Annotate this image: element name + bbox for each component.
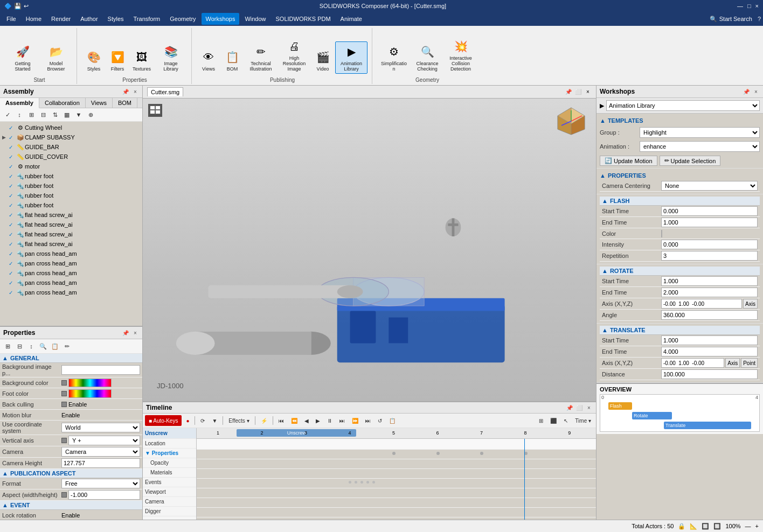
tab-bom[interactable]: BOM [113, 98, 137, 108]
viewport-close-btn[interactable]: × [584, 88, 592, 96]
aspect-input[interactable] [68, 490, 140, 500]
workshops-close-btn[interactable]: × [752, 88, 760, 95]
tree-item-pan-cross-2[interactable]: ✓ 🔩 pan cross head_am [0, 258, 142, 268]
menu-transform[interactable]: Transform [129, 13, 165, 25]
event-section-header[interactable]: ▲ EVENT [0, 501, 142, 510]
effects-btn[interactable]: Effects ▾ [226, 415, 252, 426]
menu-animate[interactable]: Animate [336, 13, 366, 25]
ribbon-btn-animation-library[interactable]: ▶ Animation Library [335, 41, 367, 74]
camera-key-btn[interactable]: 📋 [386, 415, 398, 426]
cursor-btn[interactable]: ↖ [561, 415, 571, 426]
menu-workshops[interactable]: Workshops [202, 13, 240, 25]
zoom-fit-btn[interactable]: ⊞ [536, 415, 546, 426]
flash-section-header[interactable]: ▲ FLASH [600, 197, 760, 206]
flash-color-swatch[interactable] [661, 230, 662, 237]
viewport-tab-cutter[interactable]: Cutter.smg [147, 87, 183, 96]
tree-select-all-btn[interactable]: ✓ [2, 109, 13, 120]
tree-filter-btn[interactable]: ▼ [73, 109, 84, 120]
go-end-btn[interactable]: ⏭ [363, 415, 373, 426]
tree-item-pan-cross-3[interactable]: ✓ 🔩 pan cross head_am [0, 268, 142, 278]
prev-key-btn[interactable]: ⏪ [288, 415, 300, 426]
autokeys-btn[interactable]: ■ Auto-Keys [145, 415, 182, 426]
rotate-start-input[interactable] [661, 276, 758, 286]
key-btn[interactable]: ⟳ [198, 415, 207, 426]
props-btn-2[interactable]: ⊟ [14, 341, 25, 352]
tree-item-flat-head-4[interactable]: ✓ 🔩 flat head screw_ai [0, 239, 142, 249]
lightning-btn[interactable]: ⚡ [258, 415, 270, 426]
workshops-pin-btn[interactable]: 📌 [743, 88, 750, 95]
rotate-axis-btn[interactable]: Axis [743, 299, 758, 309]
ribbon-btn-collision-detection[interactable]: 💥 Interactive Collision Detection [445, 36, 477, 74]
tree-item-flat-head-3[interactable]: ✓ 🔩 flat head screw_ai [0, 229, 142, 239]
minimize-btn[interactable]: — [737, 3, 743, 9]
props-btn-3[interactable]: ↕ [26, 341, 37, 352]
camera-select[interactable]: Camera [61, 447, 140, 457]
tree-item-rubber-foot-1[interactable]: ✓ 🔩 rubber foot [0, 171, 142, 181]
props-btn-5[interactable]: 📋 [50, 341, 60, 352]
ribbon-btn-styles[interactable]: 🎨 Styles [82, 47, 105, 74]
menu-render[interactable]: Render [47, 13, 75, 25]
tree-item-pan-cross-5[interactable]: ✓ 🔩 pan cross head_am [0, 288, 142, 297]
flash-end-input[interactable] [661, 218, 758, 227]
quick-access-undo[interactable]: ↩ [24, 3, 29, 10]
timeline-pin-btn[interactable]: 📌 [566, 404, 573, 411]
translate-axis-input[interactable] [661, 358, 724, 368]
tree-item-pan-cross-1[interactable]: ✓ 🔩 pan cross head_am [0, 249, 142, 258]
tree-deselect-btn[interactable]: ↕ [14, 109, 25, 120]
menu-styles[interactable]: Styles [103, 13, 128, 25]
quick-access-save[interactable]: 💾 [14, 3, 22, 10]
ribbon-btn-bom[interactable]: 📋 BOM [221, 47, 244, 74]
step-back-btn[interactable]: ◀ [302, 415, 311, 426]
foot-color-swatch[interactable] [68, 389, 112, 398]
tree-item-pan-cross-4[interactable]: ✓ 🔩 pan cross head_am [0, 278, 142, 288]
tree-collapse-btn[interactable]: ⊟ [38, 109, 48, 120]
step-fwd-btn[interactable]: ⏭ [337, 415, 348, 426]
tree-item-rubber-foot-2[interactable]: ✓ 🔩 rubber foot [0, 181, 142, 191]
pause-btn[interactable]: ⏸ [324, 415, 335, 426]
menu-file[interactable]: File [2, 13, 20, 25]
timeline-float-btn[interactable]: ⬜ [575, 404, 583, 411]
timeline-ruler-area[interactable]: Unscrew 1 2 3 4 5 6 7 8 9 [197, 428, 596, 520]
translate-start-input[interactable] [661, 335, 758, 345]
tree-item-motor[interactable]: ✓ ⚙ motor [0, 162, 142, 171]
prop-input-bg-image[interactable] [61, 365, 140, 375]
viewport-pin-btn[interactable]: 📌 [565, 88, 572, 96]
tree-view-btn[interactable]: ▦ [61, 109, 72, 120]
go-start-btn[interactable]: ⏮ [276, 415, 287, 426]
vertical-axis-select[interactable]: Y + Z + [68, 436, 140, 445]
help-icon[interactable]: ? [758, 16, 761, 22]
menu-solidworks-pdm[interactable]: SOLIDWORKS PDM [272, 13, 335, 25]
publication-section-header[interactable]: ▲ PUBLICATION ASPECT [0, 469, 142, 478]
flash-start-input[interactable] [661, 206, 758, 216]
ribbon-btn-tech-illustration[interactable]: ✏ Technical Illustration [245, 41, 277, 74]
coordinate-system-select[interactable]: World Local [61, 423, 140, 432]
bg-color-swatch[interactable] [68, 379, 112, 387]
properties-close-btn[interactable]: × [131, 329, 139, 337]
menu-window[interactable]: Window [240, 13, 270, 25]
viewport-3d[interactable]: JD-1000 [143, 99, 596, 401]
ribbon-btn-filters[interactable]: 🔽 Filters [106, 47, 129, 74]
format-select[interactable]: Free [61, 479, 140, 488]
translate-end-input[interactable] [661, 347, 758, 356]
update-selection-btn[interactable]: ✏ Update Selection [660, 156, 721, 166]
camera-centering-select[interactable]: None [661, 181, 758, 191]
tab-views[interactable]: Views [86, 98, 113, 108]
tree-item-rubber-foot-4[interactable]: ✓ 🔩 rubber foot [0, 200, 142, 210]
tree-more-btn[interactable]: ⊕ [85, 109, 96, 120]
translate-distance-input[interactable] [661, 369, 758, 379]
zoom-in-btn[interactable]: + [755, 523, 759, 529]
record-btn[interactable]: ● [183, 415, 192, 426]
tree-item-flat-head-1[interactable]: ✓ 🔩 flat head screw_ai [0, 210, 142, 220]
tree-item-guide-bar[interactable]: ✓ 📏 GUIDE_BAR [0, 142, 142, 152]
rotate-angle-input[interactable] [661, 310, 758, 320]
tab-collaboration[interactable]: Collaboration [39, 98, 86, 108]
animation-library-select[interactable]: Animation Library [606, 100, 760, 111]
timeline-close-btn[interactable]: × [585, 404, 593, 411]
assembly-close-btn[interactable]: × [131, 88, 139, 95]
ribbon-btn-getting-started[interactable]: 🚀 Getting Started [6, 41, 39, 74]
viewport-float-btn[interactable]: ⬜ [574, 88, 582, 96]
flash-repetition-input[interactable] [661, 251, 758, 261]
render-btn[interactable]: ⬛ [547, 415, 559, 426]
update-motion-btn[interactable]: 🔄 Update Motion [600, 156, 657, 166]
tree-item-clamp-subassy[interactable]: ▶ ✓ 📦 CLAMP SUBASSY [0, 132, 142, 142]
